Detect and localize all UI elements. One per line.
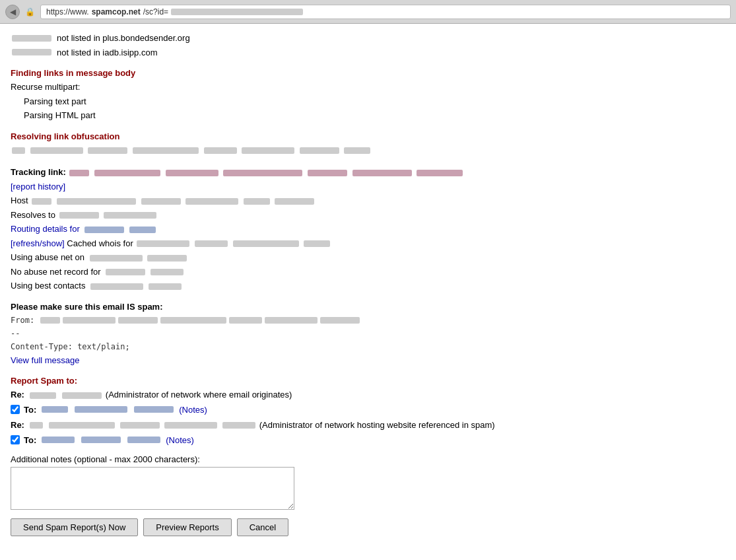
redacted-block bbox=[166, 170, 218, 176]
redacted-block bbox=[304, 240, 330, 247]
page-content: not listed in plus.bondedsender.org not … bbox=[0, 24, 736, 543]
view-full-message-line: View full message bbox=[11, 354, 725, 367]
host-line: Host bbox=[11, 194, 725, 207]
redacted-block bbox=[57, 198, 136, 205]
url-prefix: https://www. bbox=[46, 7, 89, 17]
redacted-block bbox=[120, 422, 160, 429]
re2-description: (Administrator of network hosting websit… bbox=[259, 420, 495, 430]
please-header: Please make sure this email IS spam: bbox=[11, 302, 725, 312]
url-bar[interactable]: https://www.spamcop.net/sc?id= bbox=[40, 5, 731, 19]
redacted-block bbox=[233, 240, 299, 247]
abuse-net-label: Using abuse net on bbox=[11, 252, 84, 262]
tracking-link-line: Tracking link: bbox=[11, 166, 725, 179]
redacted-block bbox=[30, 392, 56, 399]
notes1-link[interactable]: (Notes) bbox=[179, 405, 207, 415]
redacted-block bbox=[151, 269, 184, 275]
report-spam-header: Report Spam to: bbox=[11, 376, 725, 386]
recurse-line: Recurse multipart: bbox=[11, 81, 725, 94]
redacted-block bbox=[352, 170, 412, 176]
redacted-block bbox=[32, 198, 51, 205]
redacted-block bbox=[63, 317, 116, 324]
redacted-block bbox=[62, 392, 102, 399]
redacted-block bbox=[147, 255, 187, 262]
redacted-block bbox=[106, 269, 145, 275]
redacted-block bbox=[90, 283, 143, 290]
redacted-block bbox=[30, 422, 43, 429]
lock-icon: 🔒 bbox=[25, 7, 35, 17]
redacted-block bbox=[12, 49, 51, 55]
redacted-block bbox=[149, 283, 182, 290]
parsing-text-line: Parsing text part bbox=[11, 95, 725, 108]
view-full-message-link[interactable]: View full message bbox=[11, 355, 80, 365]
redacted-block bbox=[104, 212, 156, 219]
redacted-block bbox=[88, 147, 127, 154]
redacted-block bbox=[94, 170, 160, 176]
redacted-block bbox=[164, 422, 217, 429]
redacted-block bbox=[90, 255, 143, 262]
redacted-block bbox=[308, 170, 347, 176]
not-listed-1-text: not listed in plus.bondedsender.org bbox=[57, 32, 190, 45]
url-redacted bbox=[171, 9, 303, 15]
redacted-block bbox=[40, 317, 60, 324]
redacted-block bbox=[320, 317, 360, 324]
redacted-block bbox=[222, 422, 255, 429]
redacted-block bbox=[12, 35, 51, 42]
re1-row: Re: (Administrator of network where emai… bbox=[11, 388, 725, 402]
report-history-line: [report history] bbox=[11, 180, 725, 193]
notes-textarea[interactable] bbox=[11, 467, 294, 510]
re2-row: Re: (Administrator of network hosting we… bbox=[11, 419, 725, 433]
redacted-block bbox=[129, 227, 156, 233]
re1-label: Re: bbox=[11, 390, 24, 400]
to1-checkbox[interactable] bbox=[11, 405, 20, 414]
to2-row: To: (Notes) bbox=[11, 435, 725, 445]
routing-link[interactable]: Routing details for bbox=[11, 224, 80, 234]
please-section: Please make sure this email IS spam: Fro… bbox=[11, 302, 725, 367]
redacted-block bbox=[223, 170, 302, 176]
redacted-block bbox=[69, 170, 89, 176]
redacted-block bbox=[49, 422, 115, 429]
top-row-1: not listed in plus.bondedsender.org bbox=[11, 32, 725, 45]
redacted-block bbox=[417, 170, 463, 176]
notes2-link[interactable]: (Notes) bbox=[166, 435, 194, 445]
redacted-block bbox=[242, 147, 294, 154]
redacted-block bbox=[185, 198, 238, 205]
report-spam-section: Report Spam to: Re: (Administrator of ne… bbox=[11, 376, 725, 445]
back-icon: ◀ bbox=[10, 7, 16, 17]
redacted-block bbox=[42, 406, 68, 413]
send-report-button[interactable]: Send Spam Report(s) Now bbox=[11, 518, 138, 536]
redacted-block bbox=[141, 198, 181, 205]
redacted-block bbox=[244, 198, 270, 205]
redacted-block bbox=[275, 198, 314, 205]
email-from-line: From: bbox=[11, 314, 725, 326]
host-label: Host bbox=[11, 195, 28, 205]
tracking-section: Tracking link: [report history] Host Res… bbox=[11, 166, 725, 293]
re2-label: Re: bbox=[11, 420, 24, 430]
notes-label: Additional notes (optional - max 2000 ch… bbox=[11, 454, 725, 464]
browser-toolbar: ◀ 🔒 https://www.spamcop.net/sc?id= bbox=[0, 0, 736, 24]
to2-checkbox[interactable] bbox=[11, 435, 20, 444]
preview-reports-button[interactable]: Preview Reports bbox=[143, 518, 231, 536]
cancel-button[interactable]: Cancel bbox=[237, 518, 288, 536]
redacted-block bbox=[204, 147, 237, 154]
notes-section: Additional notes (optional - max 2000 ch… bbox=[11, 454, 725, 512]
redacted-block bbox=[30, 147, 83, 154]
finding-links-header: Finding links in message body bbox=[11, 68, 725, 78]
redacted-block bbox=[344, 147, 370, 154]
best-contacts-label: Using best contacts bbox=[11, 281, 85, 291]
email-separator: -- bbox=[11, 328, 725, 339]
redacted-block bbox=[160, 317, 226, 324]
parsing-html-line: Parsing HTML part bbox=[11, 109, 725, 122]
best-contacts-line: Using best contacts bbox=[11, 279, 725, 293]
redacted-block bbox=[195, 240, 228, 247]
not-listed-2-text: not listed in iadb.isipp.com bbox=[57, 46, 157, 59]
to1-row: To: (Notes) bbox=[11, 405, 725, 415]
redacted-block bbox=[118, 317, 158, 324]
cached-label: Cached whois for bbox=[67, 238, 135, 248]
re1-description: (Administrator of network where email or… bbox=[106, 390, 292, 400]
abuse-net-line: Using abuse net on bbox=[11, 251, 725, 264]
refresh-link[interactable]: [refresh/show] bbox=[11, 238, 65, 248]
redacted-block bbox=[81, 437, 121, 443]
report-history-link[interactable]: [report history] bbox=[11, 182, 65, 192]
back-button[interactable]: ◀ bbox=[5, 5, 20, 19]
url-domain: spamcop.net bbox=[92, 7, 141, 17]
